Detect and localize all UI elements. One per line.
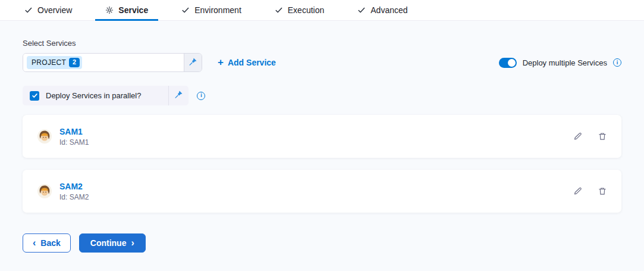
check-icon — [32, 92, 38, 99]
service-card: SAM1 Id: SAM1 — [23, 115, 621, 158]
gear-icon — [105, 6, 114, 14]
tab-execution[interactable]: Execution — [265, 0, 334, 20]
parallel-option-box: Deploy Services in parallel? — [23, 86, 189, 105]
service-avatar — [37, 183, 52, 199]
parallel-checkbox-label: Deploy Services in parallel? — [46, 91, 141, 100]
edit-service-button[interactable] — [573, 132, 583, 141]
service-avatar — [37, 129, 52, 144]
service-name-link[interactable]: SAM1 — [59, 127, 89, 136]
pencil-icon — [573, 132, 583, 141]
select-services-label: Select Services — [23, 39, 621, 48]
step-tabs: Overview Service Environment Execution A… — [0, 0, 644, 21]
info-icon[interactable]: i — [197, 92, 205, 100]
services-multiselect[interactable]: PROJECT 2 — [23, 53, 202, 72]
service-id: Id: SAM1 — [59, 138, 89, 147]
deploy-multiple-toggle[interactable] — [499, 58, 517, 68]
tab-environment[interactable]: Environment — [171, 0, 252, 20]
continue-button[interactable]: Continue › — [79, 233, 146, 253]
chevron-left-icon: ‹ — [33, 238, 36, 248]
tab-label: Service — [118, 5, 148, 15]
edit-service-button[interactable] — [573, 186, 583, 196]
check-icon — [357, 6, 366, 14]
check-icon — [275, 6, 283, 14]
pencil-icon — [573, 186, 583, 196]
deploy-multiple-label: Deploy multiple Services — [523, 58, 607, 67]
parallel-checkbox[interactable] — [30, 91, 39, 101]
services-multiselect-input[interactable]: PROJECT 2 — [23, 54, 184, 71]
toggle-knob — [508, 59, 516, 67]
tab-advanced[interactable]: Advanced — [347, 0, 417, 20]
plus-icon: + — [218, 58, 224, 67]
trash-icon — [598, 132, 607, 141]
trash-icon — [598, 186, 607, 196]
delete-service-button[interactable] — [598, 132, 607, 141]
pin-icon — [189, 57, 197, 68]
tab-label: Execution — [288, 5, 324, 15]
add-service-label: Add Service — [228, 58, 276, 67]
info-icon[interactable]: i — [613, 58, 621, 67]
delete-service-button[interactable] — [598, 186, 607, 196]
tab-label: Advanced — [370, 5, 407, 15]
add-service-button[interactable]: + Add Service — [218, 58, 276, 67]
back-button[interactable]: ‹ Back — [23, 233, 71, 253]
tab-service[interactable]: Service — [95, 0, 158, 20]
continue-button-label: Continue — [90, 238, 127, 248]
check-icon — [24, 6, 33, 14]
service-id: Id: SAM2 — [59, 193, 89, 201]
pin-services-button[interactable] — [184, 54, 202, 71]
selected-service-chip[interactable]: PROJECT 2 — [27, 56, 82, 69]
pin-parallel-button[interactable] — [168, 86, 189, 105]
chevron-right-icon: › — [131, 238, 134, 248]
service-name-link[interactable]: SAM2 — [59, 182, 89, 191]
tab-overview[interactable]: Overview — [14, 0, 82, 20]
service-step-panel: Select Services PROJECT 2 + Add Service — [0, 39, 644, 253]
pin-icon — [174, 90, 183, 101]
check-icon — [181, 6, 190, 14]
tab-label: Overview — [37, 5, 72, 15]
back-button-label: Back — [40, 238, 60, 248]
chip-label: PROJECT — [32, 58, 66, 67]
tab-label: Environment — [194, 5, 241, 15]
service-card: SAM2 Id: SAM2 — [23, 170, 621, 213]
chip-count-badge: 2 — [69, 58, 80, 67]
